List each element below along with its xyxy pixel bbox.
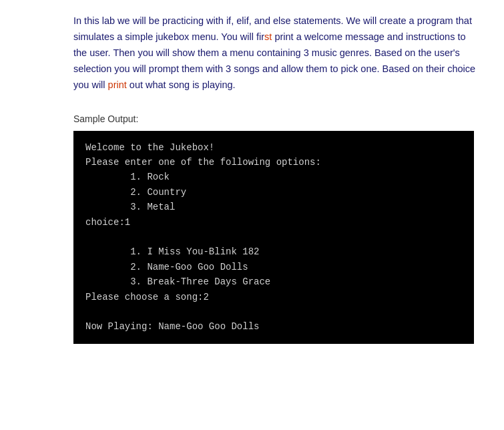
highlight-first: st	[264, 31, 272, 42]
terminal-window: Welcome to the Jukebox! Please enter one…	[73, 131, 474, 344]
terminal-line-13: Now Playing: Name-Goo Goo Dolls	[85, 319, 462, 334]
highlight-print: print	[108, 79, 127, 90]
terminal-line-2: Please enter one of the following option…	[85, 155, 462, 170]
terminal-line-5: 3. Metal	[85, 200, 462, 214]
terminal-line-9: 2. Name-Goo Goo Dolls	[85, 260, 462, 274]
terminal-line-8: 1. I Miss You-Blink 182	[85, 244, 462, 259]
terminal-line-7	[85, 230, 462, 244]
terminal-line-12	[85, 304, 462, 319]
description-paragraph: In this lab we will be practicing with i…	[73, 13, 477, 93]
terminal-line-3: 1. Rock	[85, 170, 462, 184]
terminal-line-10: 3. Break-Three Days Grace	[85, 274, 462, 289]
terminal-line-1: Welcome to the Jukebox!	[85, 140, 462, 155]
terminal-line-11: Please choose a song:2	[85, 290, 462, 304]
sample-output-label: Sample Output:	[73, 114, 477, 124]
sample-output-section: Sample Output: Welcome to the Jukebox! P…	[73, 114, 477, 344]
terminal-line-6: choice:1	[85, 215, 462, 230]
terminal-line-4: 2. Country	[85, 185, 462, 200]
